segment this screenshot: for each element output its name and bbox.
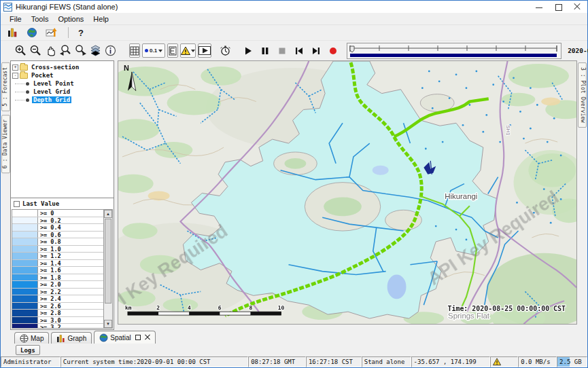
database-viewer-icon[interactable]	[5, 26, 19, 40]
globe-grid-icon	[20, 334, 29, 343]
tree-item-cross-section[interactable]: + Cross-section	[12, 63, 114, 71]
legend-row: >= 1.4	[12, 260, 103, 268]
map-toolbar: 0.1 2020-08-25 00:00:00 CST	[1, 40, 587, 60]
tree-item-label: Cross-section	[30, 64, 80, 71]
legend-label: >= 1.8	[38, 274, 63, 281]
scale-tick: 10	[278, 305, 285, 311]
legend-row: >= 0.8	[12, 238, 103, 246]
zoom-previous-icon[interactable]	[59, 43, 72, 58]
menu-tools[interactable]: Tools	[27, 14, 54, 24]
pause-button[interactable]	[260, 43, 270, 58]
zoom-in-icon[interactable]	[14, 43, 27, 58]
scroll-down-icon[interactable]: ▼	[104, 320, 112, 328]
tab-data-viewer[interactable]: 6 : Data Viewer	[1, 115, 10, 173]
legend-panel: Last Value >= 0 >= 0.2 >= 0.4 >= 0.6 >= …	[10, 198, 114, 330]
minimize-button[interactable]	[536, 3, 542, 10]
step-back-button[interactable]	[294, 43, 304, 58]
interval-value: 0.1	[150, 48, 157, 54]
scale-tick: 2	[156, 305, 160, 311]
legend-row: >= 2.8	[12, 310, 103, 317]
status-bar: Administrator Current system time:2020-0…	[1, 356, 587, 367]
record-button[interactable]	[328, 43, 338, 58]
app-icon	[3, 3, 12, 12]
tab-map[interactable]: Map	[14, 332, 49, 344]
tree-item-label: Pocket	[30, 72, 55, 79]
tab-graph[interactable]: Graph	[51, 332, 92, 344]
map-canvas[interactable]: API Key Required API Key Required Hikura…	[118, 61, 576, 324]
last-value-checkbox[interactable]	[14, 201, 20, 207]
legend-label: >= 0.2	[38, 217, 63, 224]
tab-forecast[interactable]: 5 : Forecast	[1, 62, 10, 111]
legend-color-swatch	[12, 281, 38, 288]
spatial-display-globe-icon[interactable]	[24, 26, 39, 40]
collapse-icon[interactable]: -	[12, 73, 18, 79]
menu-file[interactable]: File	[5, 14, 27, 24]
timer-settings-icon[interactable]	[219, 43, 232, 58]
main-toolbar: ?	[1, 25, 587, 40]
legend-row: >= 0	[12, 210, 103, 217]
logs-button[interactable]: Logs	[16, 345, 40, 355]
animation-movie-button[interactable]	[198, 43, 211, 58]
legend-label: >= 0.6	[38, 232, 63, 238]
folder-icon	[20, 65, 28, 71]
pan-hand-icon[interactable]	[44, 43, 57, 58]
interval-dot-icon	[145, 49, 148, 52]
grid-display-button[interactable]	[129, 43, 140, 58]
status-memory: 2.5 GB	[557, 356, 587, 367]
layers-icon[interactable]	[89, 43, 102, 58]
status-user: Administrator	[1, 356, 60, 367]
tab-restore-icon[interactable]	[135, 335, 141, 340]
legend-row: >= 1.0	[12, 246, 103, 253]
menu-options[interactable]: Options	[53, 14, 88, 24]
status-local-time: 16:27:18 CST	[306, 356, 362, 367]
scroll-up-icon[interactable]: ▲	[104, 210, 112, 218]
stop-button[interactable]	[277, 43, 287, 58]
status-system-time: Current system time:2020-09-01 00:00 CST	[60, 356, 248, 367]
chevron-down-icon	[158, 50, 162, 52]
zoom-next-icon[interactable]	[74, 43, 87, 58]
folder-icon	[20, 73, 28, 79]
timeseries-chart-icon[interactable]	[44, 26, 58, 40]
tree-item-pocket[interactable]: - Pocket	[12, 71, 114, 79]
tab-plot-overview[interactable]: 3 : Plot Overview	[578, 62, 587, 128]
warning-icon	[493, 358, 502, 366]
tree-item-depth-grid[interactable]: Depth Grid	[12, 96, 114, 104]
tree-item-level-grid[interactable]: Level Grid	[12, 88, 114, 96]
longitudinal-profile-button[interactable]	[167, 43, 178, 58]
tab-close-icon[interactable]	[145, 335, 150, 340]
app-window: Hikurangi FEWS (Stand alone) File Tools …	[0, 0, 588, 368]
toolbar-datetime: 2020-08-25 00:00:00 CST	[568, 47, 588, 54]
legend-color-swatch	[12, 238, 38, 245]
help-button[interactable]: ?	[78, 28, 84, 38]
legend-scrollbar[interactable]: ▲ ▼	[103, 210, 112, 328]
contour-interval-dropdown[interactable]: 0.1	[142, 43, 165, 58]
close-button[interactable]	[574, 3, 581, 10]
status-warning-cell[interactable]	[490, 356, 518, 367]
tree-item-level-point[interactable]: Level Point	[12, 79, 114, 88]
legend-color-swatch	[12, 317, 38, 324]
tree-item-label: Depth Grid	[32, 96, 71, 103]
scrollbar-thumb[interactable]	[105, 219, 111, 303]
legend-label: >= 2.6	[38, 303, 63, 310]
step-forward-button[interactable]	[311, 43, 321, 58]
legend-row: >= 3.2	[12, 324, 103, 328]
tab-spatial[interactable]: Spatial	[94, 331, 156, 344]
expand-icon[interactable]: +	[12, 65, 18, 71]
play-button[interactable]	[243, 43, 253, 58]
right-tab-strip: 3 : Plot Overview	[577, 60, 587, 330]
info-icon[interactable]	[104, 43, 117, 58]
zoom-out-icon[interactable]	[29, 43, 42, 58]
menu-help[interactable]: Help	[88, 14, 114, 24]
thresholds-dropdown[interactable]	[180, 43, 196, 58]
time-slider-thumb[interactable]	[350, 46, 354, 52]
legend-label: >= 1.4	[38, 260, 63, 267]
legend-label: >= 1.6	[38, 267, 63, 274]
maximize-button[interactable]	[555, 3, 561, 10]
status-network-rate: 0.0 MB/s	[518, 356, 557, 367]
legend-row: >= 1.2	[12, 253, 103, 260]
left-panel: + Cross-section - Pocket Level Point	[10, 60, 114, 330]
tree-connector	[15, 84, 24, 84]
time-slider[interactable]	[347, 43, 561, 59]
legend-label: >= 0	[38, 210, 56, 217]
legend-list: >= 0 >= 0.2 >= 0.4 >= 0.6 >= 0.8 >= 1.0 …	[12, 210, 103, 328]
